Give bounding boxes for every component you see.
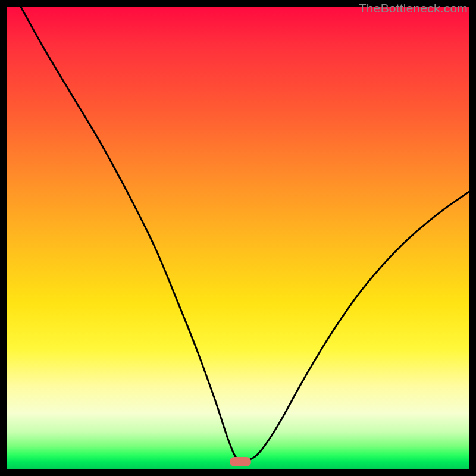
bottleneck-curve	[7, 7, 469, 469]
optimal-marker	[230, 457, 251, 466]
watermark-text: TheBottleneck.com	[359, 1, 468, 15]
chart-container: TheBottleneck.com	[0, 0, 476, 476]
